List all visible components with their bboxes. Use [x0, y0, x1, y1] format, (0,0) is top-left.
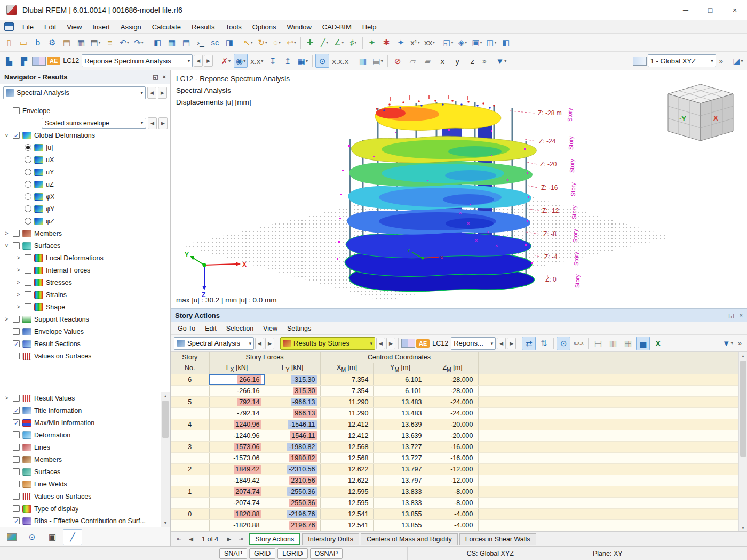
scroll-thumb[interactable]	[162, 401, 169, 438]
overflow-chevrons[interactable]: »	[736, 339, 744, 347]
load-case-combo[interactable]: Reponse Spectrum Analysis ▾	[82, 54, 193, 67]
open-file-icon[interactable]: ▭	[17, 36, 30, 50]
panel-menu-selection[interactable]: Selection	[221, 322, 258, 335]
cell-fx[interactable]: -1849.42	[209, 475, 265, 486]
next-button[interactable]: ▶	[507, 338, 516, 349]
tree-item-title-information[interactable]: Title Information	[0, 404, 170, 417]
scaled-sums-envelope-combo[interactable]: Scaled sums envelope▾	[42, 118, 146, 129]
cell-ym[interactable]: 13.727	[374, 452, 427, 463]
navigation-cube[interactable]: -Y X	[668, 84, 733, 141]
deformation-scale-down-icon[interactable]: ↧	[266, 54, 280, 68]
checkbox-shape[interactable]	[25, 303, 31, 310]
cell-xm[interactable]: 12.622	[320, 475, 374, 486]
tree-item-z[interactable]: φZ	[0, 215, 170, 227]
cell-xm[interactable]: 12.541	[320, 519, 374, 531]
scroll-up-icon[interactable]: ▲	[161, 392, 170, 400]
tree-item-max-min-information[interactable]: Max/Min Information	[0, 417, 170, 429]
expand-icon[interactable]: ∨	[3, 243, 10, 249]
expand-icon[interactable]: >	[3, 316, 10, 322]
checkbox-result-values[interactable]	[13, 395, 20, 402]
to-scale-icon[interactable]: sc	[208, 36, 222, 50]
display-filter-icon[interactable]: ◪▾	[731, 54, 745, 68]
show-values-eye-icon[interactable]: ⊙	[315, 54, 329, 68]
checkbox-title-information[interactable]	[13, 407, 20, 414]
cell-zm[interactable]: -28.000	[427, 385, 478, 396]
tree-item-values-on-surfaces[interactable]: Values on Surfaces	[0, 490, 170, 502]
save-icon[interactable]: ▦	[74, 36, 88, 50]
redo-icon[interactable]: ↷▾	[132, 36, 146, 50]
checkbox-members[interactable]	[13, 230, 20, 237]
tree-item-uy[interactable]: uY	[0, 166, 170, 178]
menu-tools[interactable]: Tools	[220, 20, 247, 34]
scroll-thumb[interactable]	[740, 361, 746, 457]
cell-fx[interactable]: 1240.96	[209, 419, 265, 430]
tab-centers-of-mass-and-rigidity[interactable]: Centers of Mass and Rigidity	[361, 533, 458, 545]
menu-view[interactable]: View	[61, 20, 87, 34]
viewport-3d[interactable]: ××× ×× Z: -28 m Z: -24 Z: -20 Z: -16 Z: …	[171, 70, 747, 308]
tree-item-shape[interactable]: >Shape	[0, 301, 170, 313]
checkbox-envelope-values[interactable]	[13, 328, 20, 335]
cell-zm[interactable]: -16.000	[427, 452, 478, 463]
checkbox-local-deformations[interactable]	[25, 254, 31, 261]
tables-toggle-icon[interactable]: ▦	[165, 36, 179, 50]
clipping-box-icon[interactable]: ▣▾	[470, 36, 484, 50]
cell-zm[interactable]: -24.000	[427, 396, 478, 407]
expand-icon[interactable]: >	[15, 267, 22, 273]
web-services-icon[interactable]: ⚙	[45, 36, 59, 50]
cell-zm[interactable]: -8.000	[427, 497, 478, 508]
table-row[interactable]: 5792.14-966.1311.29013.483-24.000	[171, 396, 738, 407]
tree-item-lines[interactable]: Lines	[0, 441, 170, 453]
tree-item-result-sections[interactable]: Result Sections	[0, 338, 170, 350]
tree-item-ribs-effective-contribution-on-surf[interactable]: Ribs - Effective Contribution on Surf...	[0, 515, 170, 527]
table-row[interactable]: 12074.74-2550.3612.59513.833-8.000	[171, 486, 738, 497]
status-toggle-osnap[interactable]: OSNAP	[310, 548, 343, 559]
cell-fx[interactable]: 1820.88	[209, 508, 265, 519]
menu-calculate[interactable]: Calculate	[147, 20, 186, 34]
table-row[interactable]: 01820.88-2196.7612.54113.855-4.000	[171, 508, 738, 519]
tree-item-members[interactable]: Members	[0, 453, 170, 466]
checkbox-stresses[interactable]	[25, 279, 31, 286]
checkbox-global-deformations[interactable]	[13, 132, 20, 139]
cell-fy[interactable]: 2196.76	[265, 519, 320, 531]
tree-item-internal-forces[interactable]: >Internal Forces	[0, 264, 170, 276]
tab-interstory-drifts[interactable]: Interstory Drifts	[302, 533, 359, 545]
table-row[interactable]: 41240.96-1546.1112.41213.639-20.000	[171, 419, 738, 430]
tree-item-result-values[interactable]: >Result Values	[0, 392, 170, 404]
checkbox-result-sections[interactable]	[13, 340, 20, 347]
cell-zm[interactable]: -12.000	[427, 475, 478, 486]
expand-icon[interactable]: >	[15, 279, 22, 285]
section-icon[interactable]: ▥	[356, 54, 370, 68]
expand-icon[interactable]: >	[15, 304, 22, 310]
cell-fy[interactable]: -2196.76	[265, 508, 320, 519]
menu-insert[interactable]: Insert	[87, 20, 115, 34]
cell-fy[interactable]: -2550.36	[265, 486, 320, 497]
cell-fy[interactable]: -315.30	[265, 374, 320, 385]
cell-fx[interactable]: -2074.74	[209, 497, 265, 508]
cell-fx[interactable]: -1820.88	[209, 519, 265, 531]
expand-icon[interactable]: >	[3, 230, 10, 236]
cell-zm[interactable]: -4.000	[427, 519, 478, 531]
cell-xm[interactable]: 11.290	[320, 407, 374, 419]
menu-options[interactable]: Options	[247, 20, 282, 34]
tree-item-envelope[interactable]: Envelope	[0, 105, 170, 117]
result-tables-icon[interactable]: ▦▾	[296, 54, 309, 68]
cell-zm[interactable]: -28.000	[427, 374, 478, 385]
axis-y-icon[interactable]: y	[450, 54, 464, 68]
cell-ym[interactable]: 6.101	[374, 385, 427, 396]
cell-ym[interactable]: 13.797	[374, 463, 427, 475]
sync-selection-icon[interactable]: ⇄	[522, 337, 536, 350]
values-xxx-icon[interactable]: x.x.x	[571, 337, 585, 350]
cell-fx[interactable]: -266.16	[209, 385, 265, 396]
table-row[interactable]: -1849.422310.5612.62213.797-12.000	[171, 475, 738, 486]
cell-fy[interactable]: 1980.82	[265, 452, 320, 463]
menu-help[interactable]: Help	[357, 20, 382, 34]
float-panel-icon[interactable]: ◱	[153, 74, 158, 81]
panels-icon[interactable]: ◨	[222, 36, 236, 50]
overflow-chevrons[interactable]: »	[480, 57, 488, 65]
coordinate-system-combo[interactable]: 1 - Global XYZ ▾	[648, 54, 716, 67]
radio-ux[interactable]	[25, 156, 31, 163]
cell-xm[interactable]: 12.568	[320, 452, 374, 463]
cell-fx[interactable]: 2074.74	[209, 486, 265, 497]
cell-zm[interactable]: -4.000	[427, 508, 478, 519]
cell-ym[interactable]: 13.833	[374, 497, 427, 508]
